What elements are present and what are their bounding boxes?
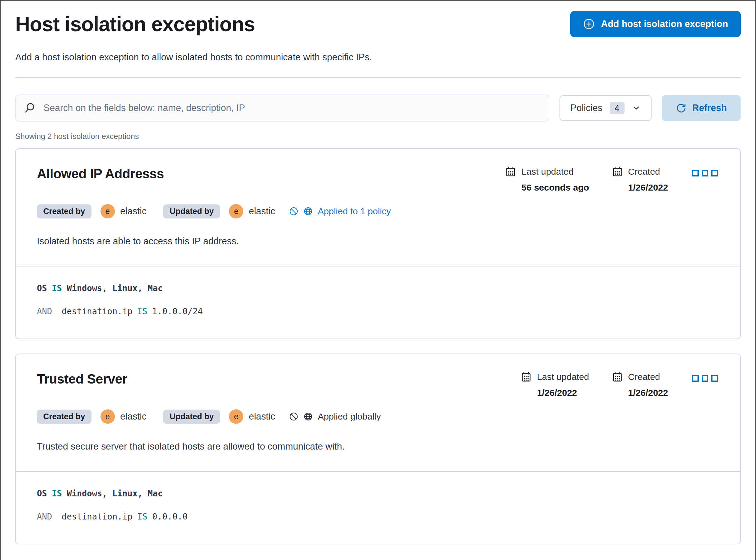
criteria-value: Windows, Linux, Mac — [67, 283, 163, 293]
page-header: Host isolation exceptions Add host isola… — [15, 11, 741, 37]
applied-scope[interactable]: Applied to 1 policy — [289, 206, 391, 216]
host-isolation-exceptions-page: Host isolation exceptions Add host isola… — [0, 0, 756, 560]
exception-list: Allowed IP Addresss Last updated 56 seco… — [15, 148, 741, 544]
criteria-value: Windows, Linux, Mac — [67, 488, 163, 499]
header-divider — [15, 77, 741, 78]
criteria-field: destination.ip — [62, 306, 132, 316]
criteria-value: 0.0.0.0 — [152, 512, 187, 522]
refresh-icon — [676, 103, 687, 114]
card-meta: Last updated 1/26/2022 Created 1/26/2022 — [521, 372, 719, 398]
criteria-field: OS — [37, 488, 47, 499]
search-input[interactable] — [43, 102, 540, 114]
last-updated-value: 1/26/2022 — [537, 388, 589, 398]
card-top: Allowed IP Addresss Last updated 56 seco… — [16, 149, 740, 266]
calendar-icon — [612, 166, 623, 177]
page-subtitle: Add a host isolation exception to allow … — [15, 52, 741, 63]
globe-icon — [303, 206, 313, 216]
updated-by-username: elastic — [249, 411, 275, 422]
actions-menu-icon[interactable] — [691, 167, 719, 179]
criteria-line: ANDdestination.ipIS0.0.0.0 — [37, 512, 719, 522]
updated-by-badge: Updated by — [163, 204, 220, 219]
calendar-icon — [521, 372, 532, 382]
avatar: e — [101, 204, 115, 219]
created-by-username: elastic — [120, 206, 147, 217]
last-updated-value: 56 seconds ago — [522, 182, 589, 193]
policies-count-badge: 4 — [610, 102, 625, 114]
created-by-username: elastic — [120, 411, 147, 422]
created-by-badge: Created by — [37, 204, 91, 219]
search-box — [15, 95, 549, 122]
created-meta: Created 1/26/2022 — [612, 372, 668, 398]
last-updated-label: Last updated — [522, 166, 573, 177]
exception-description: Isolated hosts are able to access this I… — [37, 236, 719, 247]
last-updated-meta: Last updated 56 seconds ago — [505, 166, 589, 193]
card-top: Trusted Server Last updated 1/26/2022 — [16, 354, 740, 471]
criteria-value: 1.0.0.0/24 — [152, 306, 203, 316]
exception-title: Trusted Server — [37, 372, 127, 386]
created-value: 1/26/2022 — [628, 182, 668, 193]
criteria-conjunction: AND — [37, 306, 52, 316]
exception-description: Trusted secure server that isolated host… — [37, 441, 719, 452]
avatar: e — [229, 409, 243, 424]
last-updated-label: Last updated — [537, 372, 589, 382]
calendar-icon — [612, 372, 623, 382]
criteria-line: ANDdestination.ipIS1.0.0.0/24 — [37, 306, 719, 316]
applied-scope-label: Applied globally — [318, 412, 381, 422]
criteria-operator: IS — [137, 306, 148, 316]
criteria-operator: IS — [52, 283, 62, 293]
plus-circle-icon — [583, 18, 595, 30]
card-badges-row: Created by e elastic Updated by e elasti… — [37, 409, 719, 424]
criteria-field: OS — [37, 283, 47, 293]
card-badges-row: Created by e elastic Updated by e elasti… — [37, 204, 719, 219]
refresh-button[interactable]: Refresh — [662, 95, 741, 121]
calendar-icon — [505, 166, 516, 177]
criteria-list: OSISWindows, Linux, MacANDdestination.ip… — [16, 266, 740, 339]
criteria-list: OSISWindows, Linux, MacANDdestination.ip… — [16, 472, 740, 544]
policies-label: Policies — [570, 103, 602, 114]
add-button-label: Add host isolation exception — [601, 19, 728, 29]
criteria-operator: IS — [137, 512, 148, 522]
chevron-down-icon — [632, 103, 641, 113]
updated-by-username: elastic — [249, 206, 275, 217]
exception-title: Allowed IP Addresss — [37, 166, 164, 181]
toolbar: Policies 4 Refresh — [15, 95, 741, 122]
globe-icon — [303, 412, 313, 421]
last-updated-meta: Last updated 1/26/2022 — [521, 372, 589, 398]
created-by-badge: Created by — [37, 409, 91, 424]
created-value: 1/26/2022 — [628, 388, 668, 398]
partial-circle-icon — [289, 206, 299, 216]
actions-menu-icon[interactable] — [691, 373, 719, 384]
refresh-label: Refresh — [692, 103, 727, 114]
add-host-isolation-exception-button[interactable]: Add host isolation exception — [570, 11, 741, 37]
applied-scope-label: Applied to 1 policy — [318, 206, 391, 216]
result-count-text: Showing 2 host isolation exceptions — [15, 132, 741, 141]
criteria-line: OSISWindows, Linux, Mac — [37, 488, 719, 499]
criteria-field: destination.ip — [62, 512, 132, 522]
search-icon — [24, 102, 36, 114]
criteria-line: OSISWindows, Linux, Mac — [37, 283, 719, 293]
exception-card: Allowed IP Addresss Last updated 56 seco… — [15, 148, 741, 339]
avatar: e — [101, 409, 115, 424]
exception-card: Trusted Server Last updated 1/26/2022 — [15, 354, 741, 544]
partial-circle-icon — [289, 412, 299, 421]
avatar: e — [229, 204, 243, 219]
page-title: Host isolation exceptions — [15, 12, 255, 36]
policies-filter-button[interactable]: Policies 4 — [559, 95, 651, 121]
updated-by-badge: Updated by — [163, 409, 220, 424]
applied-scope: Applied globally — [289, 412, 381, 422]
criteria-conjunction: AND — [37, 512, 52, 522]
criteria-operator: IS — [52, 488, 62, 499]
created-label: Created — [628, 166, 660, 177]
created-meta: Created 1/26/2022 — [612, 166, 668, 193]
card-meta: Last updated 56 seconds ago Created 1/26… — [505, 166, 719, 193]
created-label: Created — [628, 372, 660, 382]
